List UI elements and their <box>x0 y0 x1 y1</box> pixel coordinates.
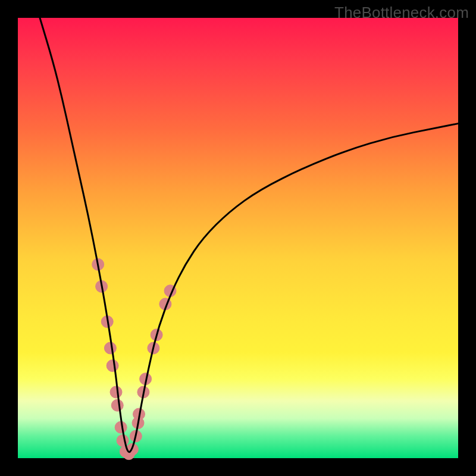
data-marker <box>111 399 123 411</box>
chart-frame: TheBottleneck.com <box>0 0 476 476</box>
watermark-text: TheBottleneck.com <box>334 4 469 22</box>
marker-layer <box>92 258 176 459</box>
data-marker <box>110 386 122 398</box>
bottleneck-curve <box>40 18 458 452</box>
chart-svg <box>18 18 458 458</box>
data-marker <box>117 434 129 446</box>
data-marker <box>104 342 116 354</box>
data-marker <box>107 360 118 372</box>
chart-plot-area <box>18 18 458 458</box>
